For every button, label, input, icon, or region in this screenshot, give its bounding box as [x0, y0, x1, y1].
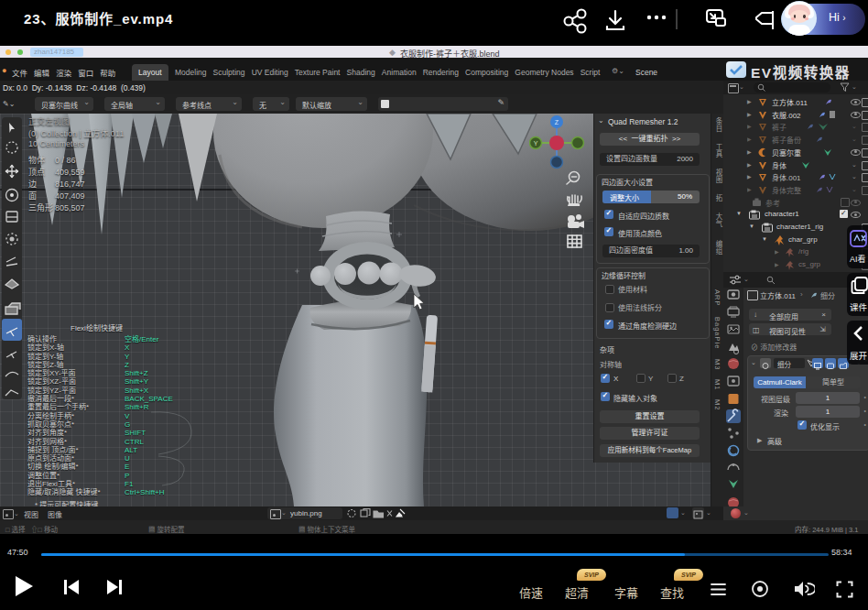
svg-text:Z: Z [555, 119, 559, 125]
svg-text:Y: Y [534, 140, 538, 147]
